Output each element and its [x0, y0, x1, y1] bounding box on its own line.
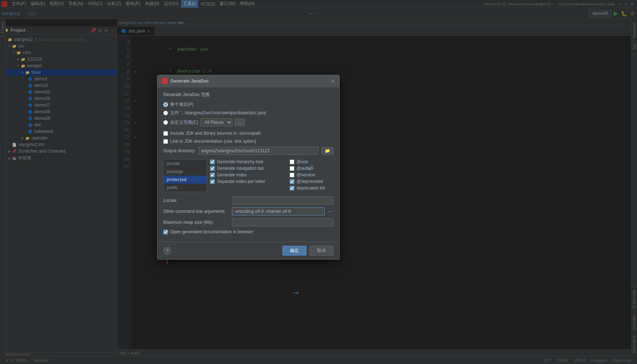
- opt-label-navbar: Generate navigation bar: [217, 166, 264, 171]
- dialog-arrow: ↙: [307, 163, 314, 172]
- checkbox-open-browser[interactable]: Open generated documentation in browser: [163, 229, 333, 234]
- checkbox-input-link[interactable]: [163, 139, 168, 144]
- cmd-arrow-icon: ←: [328, 208, 333, 215]
- opt-checkbox-sep-index[interactable]: Separate index per letter: [210, 179, 287, 184]
- checkbox-input-browser[interactable]: [163, 230, 168, 234]
- modal-title-bar: Generate JavaDoc ✕: [157, 75, 339, 87]
- radio-input-whole-project[interactable]: [163, 102, 168, 107]
- radio-input-custom[interactable]: [163, 120, 168, 125]
- output-dir-input[interactable]: [199, 147, 318, 155]
- ok-button[interactable]: 确定: [282, 246, 306, 256]
- opt-checkbox-deprecated[interactable]: @deprecated: [290, 179, 333, 184]
- modal-close-btn[interactable]: ✕: [331, 78, 335, 84]
- opt-label-hierarchy: Generate hierarchy tree: [217, 159, 263, 164]
- cmd-label: Other command line arguments:: [163, 209, 229, 214]
- modal-body: Generate JavaDoc 范围 整个项目(P) 文件 '...\xian…: [157, 87, 339, 242]
- opt-input-version[interactable]: [290, 173, 294, 177]
- checkbox-label-link: Link to JDK documentation (use -link opt…: [170, 139, 256, 144]
- opt-checkbox-deprecated-list[interactable]: deprecated list: [290, 185, 333, 191]
- cmd-row: Other command line arguments: ←: [163, 207, 333, 215]
- opt-checkbox-version[interactable]: @version: [290, 172, 333, 177]
- checkbox-link-jdk[interactable]: Link to JDK documentation (use -link opt…: [163, 139, 333, 144]
- opt-checkbox-hierarchy[interactable]: Generate hierarchy tree: [210, 159, 287, 164]
- opt-input-hierarchy[interactable]: [210, 160, 215, 164]
- visibility-private[interactable]: private: [164, 160, 207, 168]
- heap-input[interactable]: [232, 218, 333, 226]
- checkbox-input-jdk[interactable]: [163, 131, 168, 136]
- generate-javadoc-modal: Generate JavaDoc ✕ Generate JavaDoc 范围 整…: [157, 75, 340, 260]
- modal-footer: ? 确定 取消: [157, 242, 339, 259]
- cancel-button[interactable]: 取消: [309, 246, 333, 256]
- radio-file[interactable]: 文件 '...\xiangmu2\src\com\wenjian\base\do…: [163, 110, 333, 116]
- locale-label: Locale:: [163, 198, 229, 203]
- visibility-panel: private package protected public: [163, 159, 207, 192]
- heap-row: Maximum heap size (Mb):: [163, 218, 333, 226]
- locale-input[interactable]: [232, 196, 333, 204]
- radio-whole-project[interactable]: 整个项目(P): [163, 101, 333, 108]
- scope-browse-btn[interactable]: ...: [234, 119, 245, 126]
- output-dir-row: Output directory: 📁: [163, 147, 333, 155]
- opt-label-deprecated-list: deprecated list: [297, 185, 325, 191]
- checkbox-label-jdk: Include JDK and library sources in -sour…: [170, 131, 261, 136]
- modal-overlay: Generate JavaDoc ✕ Generate JavaDoc 范围 整…: [0, 0, 637, 364]
- output-dir-label: Output directory:: [163, 148, 196, 153]
- modal-title: Generate JavaDoc: [171, 78, 328, 84]
- opt-input-navbar[interactable]: [210, 166, 215, 171]
- heap-label: Maximum heap size (Mb):: [163, 220, 229, 225]
- opt-checkbox-index[interactable]: Generate index: [210, 172, 287, 177]
- radio-label-file: 文件 '...\xiangmu2\src\com\wenjian\base\do…: [170, 110, 267, 116]
- opt-label-version: @version: [297, 172, 315, 177]
- opt-input-use[interactable]: [290, 160, 294, 164]
- checkbox-label-browser: Open generated documentation in browser: [170, 229, 253, 234]
- opt-input-deprecated[interactable]: [290, 179, 294, 184]
- options-middle-checkboxes: Generate hierarchy tree Generate navigat…: [210, 159, 287, 192]
- opt-label-deprecated: @deprecated: [297, 179, 323, 184]
- modal-app-icon: [162, 78, 168, 84]
- opt-label-use: @use: [297, 159, 308, 164]
- custom-scope-row: 自定义范围(C) All Places ...: [170, 118, 245, 126]
- opt-input-deprecated-list[interactable]: [290, 186, 294, 191]
- radio-label-custom: 自定义范围(C): [170, 119, 198, 126]
- opt-input-sep-index[interactable]: [210, 179, 215, 184]
- visibility-protected[interactable]: protected: [164, 176, 207, 184]
- visibility-package[interactable]: package: [164, 168, 207, 176]
- opt-input-index[interactable]: [210, 173, 215, 177]
- radio-group-scope: 整个项目(P) 文件 '...\xiangmu2\src\com\wenjian…: [163, 101, 333, 126]
- radio-label-whole-project: 整个项目(P): [170, 101, 194, 108]
- visibility-public[interactable]: public: [164, 184, 207, 192]
- radio-custom-scope[interactable]: 自定义范围(C) All Places ...: [163, 118, 333, 126]
- opt-label-index: Generate index: [217, 172, 247, 177]
- output-dir-browse-btn[interactable]: 📁: [321, 147, 333, 154]
- checkbox-include-jdk[interactable]: Include JDK and library sources in -sour…: [163, 131, 333, 136]
- scope-section-title: Generate JavaDoc 范围: [163, 92, 333, 98]
- scope-select[interactable]: All Places: [201, 118, 232, 126]
- radio-input-file[interactable]: [163, 111, 168, 115]
- opt-label-sep-index: Separate index per letter: [217, 179, 265, 184]
- locale-row: Locale:: [163, 196, 333, 204]
- opt-input-author[interactable]: [290, 166, 294, 171]
- help-button[interactable]: ?: [163, 247, 171, 255]
- opt-checkbox-navbar[interactable]: Generate navigation bar: [210, 166, 287, 171]
- cmd-input[interactable]: [232, 207, 325, 215]
